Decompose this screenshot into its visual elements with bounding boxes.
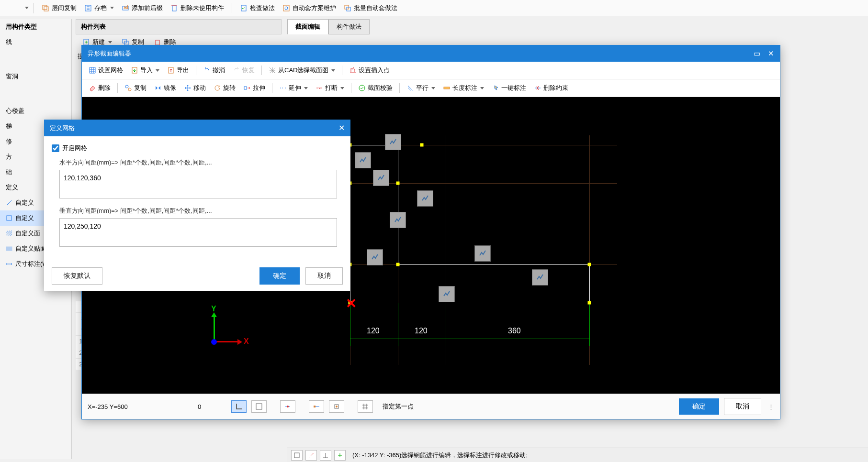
y-label: Y — [211, 305, 216, 313]
svg-rect-0 — [43, 5, 47, 10]
maximize-icon[interactable]: ▭ — [754, 49, 760, 58]
sb-btn-2[interactable] — [305, 450, 317, 461]
archive-button[interactable]: 存档 — [81, 2, 117, 14]
scheme-icon — [282, 4, 290, 12]
enable-grid-checkbox[interactable]: 开启网格 — [52, 144, 343, 153]
sidebar-item[interactable]: 窗洞 — [0, 69, 71, 84]
label: 层间复制 — [52, 4, 77, 12]
close-icon[interactable]: ✕ — [768, 49, 774, 58]
sidebar-item[interactable]: 心楼盖 — [0, 103, 71, 119]
import-button[interactable]: 导入 — [128, 65, 162, 76]
cancel-button[interactable]: 取消 — [305, 267, 343, 285]
svg-rect-7 — [283, 5, 289, 11]
marker[interactable] — [355, 152, 371, 168]
break-button[interactable]: 打断 — [313, 82, 347, 94]
marker[interactable] — [417, 190, 433, 207]
v-spacing-input[interactable] — [59, 218, 337, 247]
marker[interactable] — [367, 249, 383, 265]
snap-rect-button[interactable] — [251, 400, 267, 413]
marker[interactable] — [385, 134, 401, 150]
x-label: X — [244, 337, 249, 346]
sb-btn-3[interactable] — [320, 450, 331, 461]
copy-button[interactable]: 复制 — [122, 82, 149, 94]
rect-icon — [6, 215, 12, 221]
prompt-text: 指定第一点 — [383, 402, 414, 411]
verify-button[interactable]: 截面校验 — [355, 82, 395, 94]
cancel-button[interactable]: 取消 — [724, 398, 761, 415]
sb-btn-4[interactable] — [334, 450, 346, 461]
check-icon — [240, 4, 248, 12]
svg-rect-24 — [256, 404, 262, 409]
sb-btn-1[interactable] — [291, 450, 303, 461]
from-cad-button[interactable]: 从CAD选择截面图 — [266, 65, 338, 76]
svg-rect-1 — [44, 7, 48, 11]
insert-point-button[interactable]: 设置插入点 — [346, 65, 393, 76]
copy-floor-button[interactable]: 层间复制 — [39, 2, 79, 14]
restore-default-button[interactable]: 恢复默认 — [52, 267, 102, 285]
check-practice-button[interactable]: 检查做法 — [237, 2, 278, 14]
stretch-icon — [243, 84, 251, 92]
marker[interactable] — [474, 245, 491, 262]
one-click-button[interactable]: 一键标注 — [489, 82, 529, 94]
panel-header: 构件列表 — [76, 19, 282, 34]
h-spacing-input[interactable] — [59, 170, 337, 198]
snap-mid-button[interactable] — [329, 400, 344, 413]
grid-dialog: 定义网格 ✕ 开启网格 水平方向间距(mm)=> 间距*个数,间距,间距*个数,… — [44, 120, 350, 291]
svg-rect-29 — [294, 453, 299, 458]
svg-point-8 — [285, 7, 288, 10]
tab-section-edit[interactable]: 截面编辑 — [287, 19, 328, 34]
status-bar: (X: -1342 Y: -365)选择钢筋进行编辑，选择标注进行修改或移动; — [287, 448, 868, 462]
batch-auto-button[interactable]: 批量自动套做法 — [341, 2, 400, 14]
mirror-button[interactable]: 镜像 — [151, 82, 179, 94]
redo-button[interactable]: 恢复 — [230, 65, 258, 76]
label: 添加前后缀 — [132, 4, 163, 12]
dropdown-arrow[interactable] — [25, 7, 29, 9]
ok-button[interactable]: 确定 — [259, 267, 300, 285]
break-icon — [316, 84, 323, 92]
hatch-icon — [6, 230, 12, 237]
x-axis — [214, 341, 237, 342]
tab-component-practice[interactable]: 构件做法 — [328, 19, 370, 34]
click-icon — [492, 84, 499, 92]
editor-bottom-bar: X=-235 Y=600 0 指定第一点 确定 取消 ⋮ — [82, 394, 780, 419]
marker[interactable] — [390, 212, 406, 228]
zero-label: 0 — [198, 403, 226, 410]
svg-rect-26 — [314, 406, 316, 407]
delete-unused-button[interactable]: 删除未使用构件 — [168, 2, 227, 14]
undo-icon — [203, 66, 211, 74]
svg-point-25 — [287, 406, 289, 407]
rotate-button[interactable]: 旋转 — [211, 82, 238, 94]
snap-point-button[interactable] — [280, 400, 295, 413]
eraser-icon — [89, 84, 96, 92]
copy-icon — [124, 84, 132, 92]
label: 删除未使用构件 — [180, 4, 224, 12]
parallel-button[interactable]: 平行 — [404, 82, 438, 94]
ok-button[interactable]: 确定 — [679, 398, 719, 415]
undo-button[interactable]: 撤消 — [200, 65, 228, 76]
label: 批量自动套做法 — [354, 4, 397, 12]
marker[interactable] — [439, 286, 455, 302]
set-grid-button[interactable]: 设置网格 — [86, 65, 126, 76]
stretch-button[interactable]: 拉伸 — [240, 82, 268, 94]
prefix-icon: ab — [122, 4, 129, 12]
extend-icon — [279, 84, 287, 92]
snap-grid-button[interactable] — [358, 400, 373, 413]
close-icon[interactable]: ✕ — [338, 123, 345, 132]
sidebar-item[interactable]: 线 — [0, 34, 71, 50]
delete-constraint-button[interactable]: 删除约束 — [531, 82, 571, 94]
checkbox-input[interactable] — [52, 144, 59, 152]
length-dim-button[interactable]: 长度标注 — [440, 82, 487, 94]
marker[interactable] — [373, 170, 389, 186]
snap-end-button[interactable] — [309, 400, 324, 413]
extend-button[interactable]: 延伸 — [276, 82, 311, 94]
delete-button[interactable]: 删除 — [86, 82, 113, 94]
svg-point-20 — [128, 88, 131, 91]
auto-scheme-button[interactable]: 自动套方案维护 — [280, 2, 339, 14]
snap-corner-button[interactable] — [231, 400, 247, 413]
rotate-icon — [214, 84, 221, 92]
move-button[interactable]: 移动 — [181, 82, 209, 94]
export-button[interactable]: 导出 — [164, 65, 192, 76]
marker[interactable] — [532, 269, 548, 286]
add-prefix-button[interactable]: ab 添加前后缀 — [119, 2, 166, 14]
origin-marker: ✕ — [346, 296, 357, 311]
